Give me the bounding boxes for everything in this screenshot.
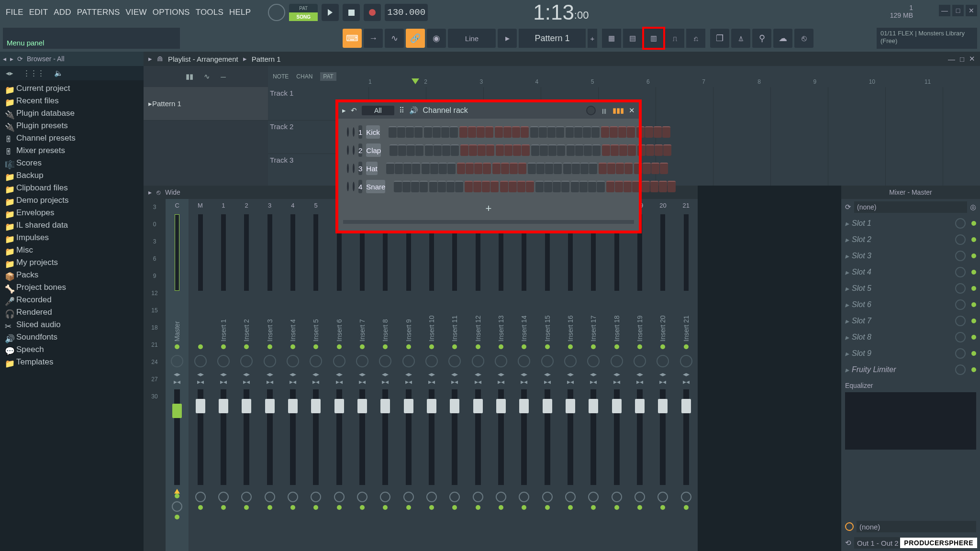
step-cell[interactable] — [430, 163, 438, 174]
mixer-view-label[interactable]: Wide — [165, 188, 180, 196]
step-cell[interactable] — [451, 144, 459, 156]
ch-fader[interactable] — [614, 389, 620, 485]
browser-sort-icon[interactable]: ⋮⋮⋮ — [23, 69, 45, 77]
maximize-button[interactable]: □ — [952, 5, 964, 16]
ch-pan-knob[interactable] — [425, 355, 438, 367]
step-cell[interactable] — [414, 126, 423, 138]
browser-item[interactable]: 🎼Scores — [0, 157, 144, 169]
pl-chan-tab[interactable]: CHAN — [296, 73, 312, 80]
fx-enable-led[interactable] — [971, 335, 976, 340]
mixer-insert-channel[interactable]: 10Insert 10◂▸▸◂ — [420, 199, 443, 551]
ch-mixer-route[interactable]: 4 — [358, 180, 362, 193]
fx-slot[interactable]: ▸Slot 3 — [841, 248, 980, 264]
ch-route-target[interactable] — [473, 492, 483, 502]
step-cell[interactable] — [554, 163, 562, 174]
fx-slot[interactable]: ▸Fruity Limiter — [841, 362, 980, 378]
pl-pat-tab[interactable]: PAT — [320, 72, 336, 81]
ch-stereo-sep[interactable]: ◂▸▸◂ — [174, 370, 180, 386]
step-cell[interactable] — [655, 144, 663, 156]
ch-pan-knob[interactable] — [240, 355, 253, 367]
step-cell[interactable] — [403, 163, 412, 174]
ch-enable-led[interactable] — [175, 344, 179, 349]
typing-kbd-button[interactable]: ⌨ — [343, 29, 362, 48]
step-cell[interactable] — [662, 126, 670, 138]
ch-enable-led[interactable] — [614, 344, 619, 349]
step-cell[interactable] — [531, 144, 539, 156]
step-cell[interactable] — [601, 126, 609, 138]
ch-route-target[interactable] — [403, 492, 414, 502]
step-cell[interactable] — [636, 126, 645, 138]
step-cell[interactable] — [486, 144, 494, 156]
step-cell[interactable] — [668, 181, 676, 192]
ch-stereo-sep[interactable]: ◂▸▸◂ — [197, 370, 204, 386]
step-cell[interactable] — [556, 126, 564, 138]
ch-vol-knob[interactable] — [353, 182, 355, 191]
step-cell[interactable] — [518, 163, 526, 174]
ch-fader[interactable] — [683, 389, 689, 485]
playlist-close-icon[interactable]: ✕ — [969, 55, 975, 63]
ch-pan-knob[interactable] — [347, 164, 349, 173]
ch-fader[interactable] — [382, 389, 388, 485]
mixer-insert-channel[interactable]: 7Insert 7◂▸▸◂ — [351, 199, 374, 551]
snap-prev[interactable]: ▸ — [498, 29, 517, 48]
playlist-min-icon[interactable]: — — [948, 55, 955, 63]
step-cell[interactable] — [395, 163, 403, 174]
fader-cap[interactable] — [473, 399, 483, 413]
step-cell[interactable] — [411, 181, 419, 192]
ch-route-target[interactable] — [519, 492, 529, 502]
step-cell[interactable] — [539, 126, 547, 138]
ch-mute-led[interactable] — [476, 505, 480, 510]
step-cell[interactable] — [473, 181, 481, 192]
mixer-insert-channel[interactable]: 9Insert 9◂▸▸◂ — [397, 199, 420, 551]
ch-route-target[interactable] — [588, 492, 599, 502]
playhead-marker-icon[interactable] — [412, 78, 419, 84]
fx-enable-led[interactable] — [971, 367, 976, 372]
close-button[interactable]: ✕ — [966, 5, 977, 16]
step-cell[interactable] — [561, 181, 569, 192]
pat-mode[interactable]: PAT — [289, 4, 318, 12]
ch-mute-led[interactable] — [499, 505, 503, 510]
fx-slot[interactable]: ▸Slot 4 — [841, 264, 980, 280]
fx-slot[interactable]: ▸Slot 9 — [841, 345, 980, 362]
ch-enable-led[interactable] — [429, 344, 434, 349]
fx-enable-led[interactable] — [971, 237, 976, 242]
mixer-link-icon[interactable]: ⎋ — [156, 188, 160, 196]
fx-enable-led[interactable] — [971, 270, 976, 275]
browser-item[interactable]: 🔌Plugin presets — [0, 120, 144, 132]
ch-route-target[interactable] — [426, 492, 437, 502]
menu-view[interactable]: VIEW — [123, 6, 150, 19]
step-cell[interactable] — [485, 126, 493, 138]
menu-edit[interactable]: EDIT — [26, 6, 51, 19]
ch-mixer-route[interactable]: 1 — [358, 125, 362, 139]
menu-options[interactable]: OPTIONS — [150, 6, 193, 19]
fx-slot[interactable]: ▸Slot 8 — [841, 329, 980, 345]
step-cell[interactable] — [477, 126, 485, 138]
ch-mute-led[interactable] — [406, 505, 411, 510]
ch-mute-led[interactable] — [429, 505, 434, 510]
ch-fader[interactable] — [429, 389, 434, 485]
minimize-button[interactable]: — — [939, 5, 950, 16]
fader-cap[interactable] — [450, 399, 459, 413]
channel-rack-header[interactable]: ▸ ↶ All ⠿ 🔊 Channel rack ⫼ ▮▮▮ ✕ — [338, 102, 639, 119]
step-cell[interactable] — [645, 126, 653, 138]
step-cell[interactable] — [450, 126, 458, 138]
ch-stereo-sep[interactable]: ◂▸▸◂ — [521, 370, 527, 386]
step-cell[interactable] — [535, 181, 544, 192]
step-cell[interactable] — [599, 163, 607, 174]
ch-fader[interactable] — [290, 389, 296, 485]
ch-pan-knob[interactable] — [379, 355, 391, 367]
pl-audio-icon[interactable]: ─ — [221, 73, 226, 81]
ch-route-target[interactable] — [241, 492, 252, 502]
step-cell[interactable] — [517, 181, 525, 192]
ch-fader[interactable] — [359, 389, 365, 485]
ch-stereo-sep[interactable]: ◂▸▸◂ — [475, 370, 481, 386]
step-cell[interactable] — [465, 181, 473, 192]
step-cell[interactable] — [632, 181, 640, 192]
news-panel[interactable]: 01/11 FLEX | Monsters Library (Free) — [877, 28, 977, 49]
ch-stereo-sep[interactable]: ◂▸▸◂ — [243, 370, 250, 386]
tool-undo[interactable]: ⍋ — [731, 29, 750, 48]
step-cell[interactable] — [492, 163, 501, 174]
ch-route-target[interactable] — [612, 492, 622, 502]
ch-enable-led[interactable] — [637, 344, 642, 349]
ch-pan-knob[interactable] — [194, 355, 207, 367]
